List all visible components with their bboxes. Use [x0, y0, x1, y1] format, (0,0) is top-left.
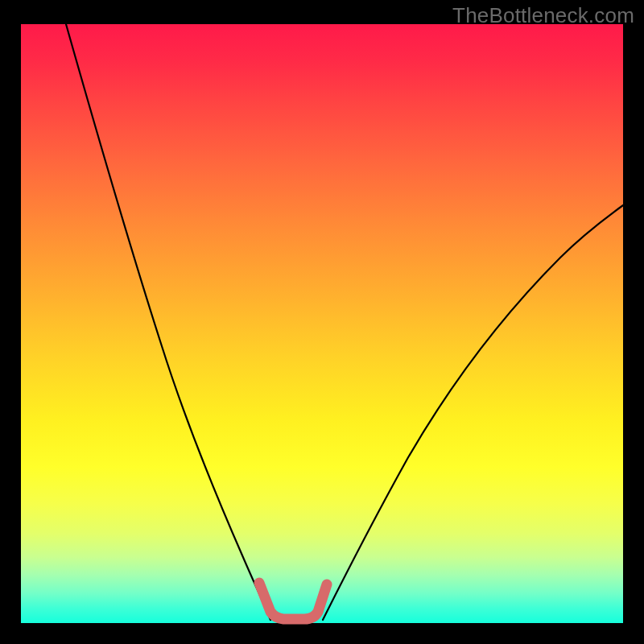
bottleneck-curve [21, 24, 623, 623]
watermark-text: TheBottleneck.com [452, 3, 634, 28]
curve-left-branch [66, 24, 270, 620]
curve-right-branch [323, 205, 623, 620]
highlight-valley [259, 583, 327, 619]
chart-frame: TheBottleneck.com [0, 0, 644, 644]
